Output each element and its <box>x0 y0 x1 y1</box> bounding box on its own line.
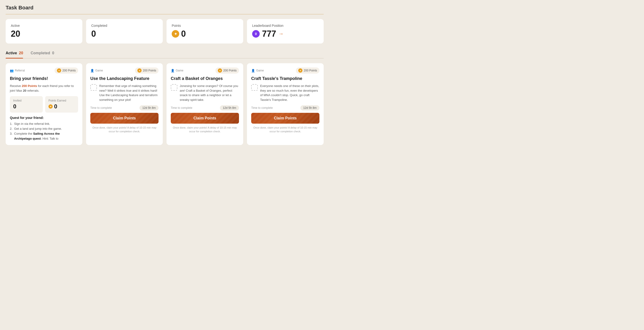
points-earned-label: Points Earned <box>48 99 75 102</box>
quest-list: Sign in via the referral link. Get a lan… <box>10 121 78 141</box>
quest-item-3: Complete the Sailing Across the Archipel… <box>10 131 78 141</box>
card-type-trampoline: 👤 Game <box>251 69 264 72</box>
top-divider <box>6 14 324 14</box>
stat-label-completed: Completed <box>91 24 158 27</box>
star-icon: ✦ <box>172 30 179 38</box>
claim-button-landscaping[interactable]: Claim Points <box>90 113 158 124</box>
points-star-icon: ✦ <box>57 68 61 73</box>
cards-grid: 👥 Referral ✦ 200 Points Bring your frien… <box>6 63 324 145</box>
game-icon-trampoline: 👤 <box>251 69 255 72</box>
stat-value-completed: 0 <box>91 29 158 39</box>
card-header-referral: 👥 Referral ✦ 200 Points <box>10 67 78 73</box>
stat-card-completed: Completed 0 <box>86 19 163 43</box>
leaderboard-circle: 0 <box>252 30 260 38</box>
card-title-referral: Bring your friends! <box>10 76 78 81</box>
time-value-trampoline: 12d 5h 8m <box>300 105 320 110</box>
points-earned-value: ✦ 0 <box>48 103 75 110</box>
referral-intro-text: Receive 200 Points for each friend you r… <box>10 84 78 93</box>
claim-button-trampoline[interactable]: Claim Points <box>251 113 320 124</box>
card-footer-landscaping: Time to complete 12d 5h 8m <box>90 105 158 110</box>
time-label-trampoline: Time to complete <box>251 106 273 109</box>
claim-note-landscaping: Once done, claim your points! A delay of… <box>90 126 158 133</box>
points-badge-trampoline: ✦ 200 Points <box>296 67 320 73</box>
quest-item-1: Sign in via the referral link. <box>10 121 78 126</box>
card-desc-trampoline: Everyone needs one of these on their plo… <box>260 84 320 102</box>
card-title-trampoline: Craft Tassle's Trampoline <box>251 76 320 81</box>
points-star-icon-l: ✦ <box>137 68 142 73</box>
points-earned-star-icon: ✦ <box>48 104 53 109</box>
quest-title: Quest for your friend: <box>10 116 78 120</box>
tab-active[interactable]: Active 20 <box>6 49 23 58</box>
card-type-landscaping: 👤 Game <box>90 69 103 72</box>
card-desc-oranges: Jonesing for some oranges? Of course you… <box>180 84 239 102</box>
task-checkbox-landscaping <box>90 84 97 91</box>
points-badge-referral: ✦ 200 Points <box>54 67 78 73</box>
points-star-icon-t: ✦ <box>298 68 302 73</box>
stat-label-points: Points <box>172 24 238 27</box>
time-value-oranges: 12d 5h 8m <box>220 105 239 110</box>
card-footer-oranges: Time to complete 12d 5h 8m <box>171 105 239 110</box>
card-title-oranges: Craft a Basket of Oranges <box>171 76 239 81</box>
page-title: Task Board <box>6 5 324 11</box>
quest-item-2: Get a land and jump into the game. <box>10 126 78 131</box>
card-type-oranges: 👤 Game <box>171 69 184 72</box>
referral-icon: 👥 <box>10 69 14 72</box>
task-card-trampoline: 👤 Game ✦ 200 Points Craft Tassle's Tramp… <box>247 63 324 145</box>
stat-card-leaderboard: Leaderboard Position 0 777 → <box>247 19 324 43</box>
task-card-oranges: 👤 Game ✦ 200 Points Craft a Basket of Or… <box>166 63 243 145</box>
tabs-row: Active 20 Completed 0 <box>6 49 324 58</box>
time-value-landscaping: 12d 5h 8m <box>140 105 158 110</box>
card-header-oranges: 👤 Game ✦ 200 Points <box>171 67 239 73</box>
game-icon-oranges: 👤 <box>171 69 174 72</box>
task-card-landscaping: 👤 Game ✦ 200 Points Use the Landscaping … <box>86 63 163 145</box>
card-desc-landscaping: Remember that urge of making something n… <box>99 84 158 102</box>
tab-completed[interactable]: Completed 0 <box>30 49 54 58</box>
time-label-oranges: Time to complete <box>171 106 192 109</box>
card-type-referral: 👥 Referral <box>10 69 25 72</box>
card-footer-trampoline: Time to complete 12d 5h 8m <box>251 105 320 110</box>
card-body-trampoline: Everyone needs one of these on their plo… <box>251 84 320 102</box>
points-badge-oranges: ✦ 200 Points <box>216 67 239 73</box>
leaderboard-value: 0 777 → <box>252 29 318 39</box>
arrow-right-icon: → <box>278 31 284 37</box>
time-label-landscaping: Time to complete <box>90 106 112 109</box>
card-title-landscaping: Use the Landscaping Feature <box>90 76 158 81</box>
stat-label-leaderboard: Leaderboard Position <box>252 24 318 27</box>
invited-box: Invited 0 <box>10 96 43 113</box>
card-header-trampoline: 👤 Game ✦ 200 Points <box>251 67 320 73</box>
stat-value-active: 20 <box>11 29 77 39</box>
stats-row: Active 20 Completed 0 Points ✦ 0 Leaderb… <box>6 19 324 43</box>
task-checkbox-oranges <box>171 84 177 91</box>
claim-button-oranges[interactable]: Claim Points <box>171 113 239 124</box>
stat-value-points: ✦ 0 <box>172 29 238 39</box>
claim-note-trampoline: Once done, claim your points! A delay of… <box>251 126 320 133</box>
points-star-icon-o: ✦ <box>218 68 222 73</box>
leaderboard-number: 777 <box>262 29 276 39</box>
referral-points-highlight: 200 Points <box>22 84 37 88</box>
quest-section: Quest for your friend: Sign in via the r… <box>10 116 78 141</box>
points-badge-landscaping: ✦ 200 Points <box>135 67 158 73</box>
card-body-oranges: Jonesing for some oranges? Of course you… <box>171 84 239 102</box>
claim-note-oranges: Once done, claim your points! A delay of… <box>171 126 239 133</box>
referral-stats: Invited 0 Points Earned ✦ 0 <box>10 96 78 113</box>
invited-value: 0 <box>13 103 40 110</box>
game-icon-landscaping: 👤 <box>90 69 94 72</box>
card-header-landscaping: 👤 Game ✦ 200 Points <box>90 67 158 73</box>
points-earned-box: Points Earned ✦ 0 <box>45 96 78 113</box>
stat-card-points: Points ✦ 0 <box>166 19 243 43</box>
card-body-landscaping: Remember that urge of making something n… <box>90 84 158 102</box>
stat-label-active: Active <box>11 24 77 27</box>
task-card-referral: 👥 Referral ✦ 200 Points Bring your frien… <box>6 63 82 145</box>
stat-card-active: Active 20 <box>6 19 82 43</box>
invited-label: Invited <box>13 99 40 102</box>
task-checkbox-trampoline <box>251 84 258 91</box>
